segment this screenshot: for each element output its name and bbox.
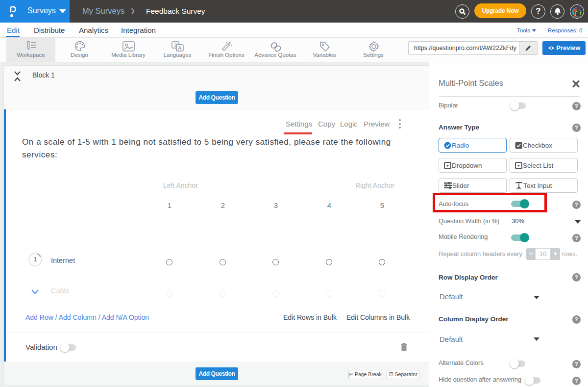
- svg-text:A: A: [178, 46, 182, 51]
